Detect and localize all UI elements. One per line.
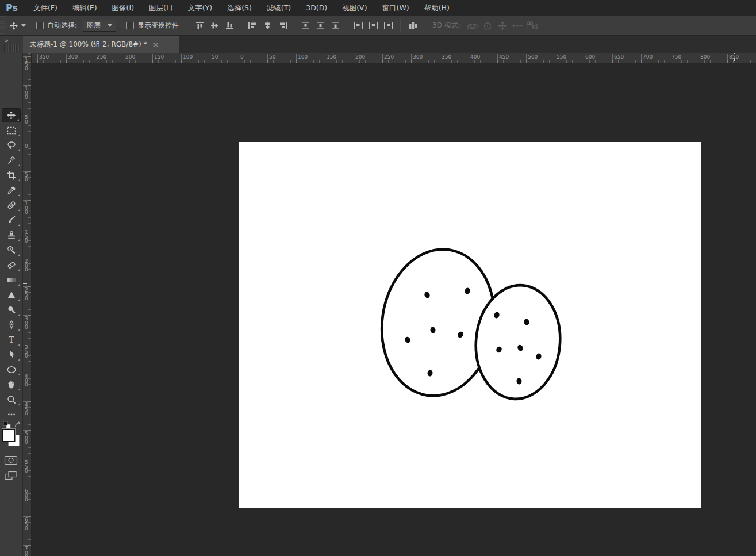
align-horizontal-centers-button[interactable] bbox=[260, 19, 275, 33]
ruler-tick bbox=[296, 54, 297, 63]
ruler-label: 150 bbox=[327, 54, 336, 60]
menu-item-3[interactable]: 图层(L) bbox=[141, 0, 181, 16]
ruler-tick bbox=[66, 54, 67, 63]
tool-history-brush[interactable] bbox=[2, 243, 21, 257]
ruler-label: 50 bbox=[212, 54, 218, 60]
tool-edit-toolbar[interactable] bbox=[2, 407, 21, 421]
tool-spot-healing-brush[interactable] bbox=[2, 198, 21, 212]
distribute-top-edges-button[interactable] bbox=[298, 19, 313, 33]
auto-align-layers-button[interactable] bbox=[405, 19, 420, 33]
ruler-label: 350 bbox=[442, 54, 451, 60]
swap-colors-icon[interactable] bbox=[14, 421, 21, 428]
ruler-label: 100 bbox=[25, 202, 29, 215]
chevron-down-icon bbox=[108, 24, 112, 27]
tool-hand[interactable] bbox=[2, 377, 21, 392]
distribute-vertical-centers-button[interactable] bbox=[313, 19, 328, 33]
ruler-tick bbox=[670, 54, 670, 63]
ruler-tick bbox=[354, 54, 354, 63]
ruler-minor-ticks bbox=[32, 60, 756, 63]
ruler-minor-ticks bbox=[28, 53, 31, 556]
tool-dodge[interactable] bbox=[2, 302, 21, 317]
ruler-label: 50 bbox=[25, 116, 29, 124]
foreground-color-swatch[interactable] bbox=[2, 429, 15, 442]
tool-rectangular-marquee[interactable] bbox=[2, 123, 21, 137]
document-tab[interactable]: 未标题-1 @ 100% (组 2, RGB/8#) * × bbox=[23, 36, 179, 53]
auto-select-label: 自动选择: bbox=[47, 21, 77, 30]
auto-select-checkbox[interactable] bbox=[36, 22, 44, 29]
ruler-cursor-marker bbox=[734, 53, 735, 63]
tool-crop[interactable] bbox=[2, 168, 21, 182]
ruler-tick bbox=[239, 54, 239, 63]
screen-mode-button[interactable] bbox=[4, 470, 18, 481]
panel-grip-texture bbox=[3, 44, 20, 52]
tool-magic-wand[interactable] bbox=[2, 153, 21, 167]
tool-blur[interactable] bbox=[2, 287, 21, 302]
align-left-edges-button[interactable] bbox=[245, 19, 260, 33]
tool-pen[interactable] bbox=[2, 317, 21, 332]
align-bottom-edges-button[interactable] bbox=[222, 19, 237, 33]
ruler-tick bbox=[267, 54, 268, 63]
menu-item-4[interactable]: 文字(Y) bbox=[181, 0, 220, 16]
quick-mask-button[interactable] bbox=[4, 455, 18, 465]
document-canvas[interactable] bbox=[239, 142, 701, 508]
ruler-tick bbox=[469, 54, 469, 63]
3d-roll-icon bbox=[480, 19, 495, 33]
3d-pan-icon bbox=[495, 19, 510, 33]
tool-path-selection[interactable] bbox=[2, 347, 21, 362]
tool-eraser[interactable] bbox=[2, 258, 21, 272]
tool-eyedropper[interactable] bbox=[2, 183, 21, 197]
ruler-label: 200 bbox=[355, 54, 365, 60]
close-icon[interactable]: × bbox=[153, 41, 159, 48]
auto-select-target-dropdown[interactable]: 图层 bbox=[83, 20, 116, 32]
ruler-label: 450 bbox=[499, 54, 509, 60]
distribute-right-edges-button[interactable] bbox=[381, 19, 396, 33]
menu-item-10[interactable]: 帮助(H) bbox=[417, 0, 457, 16]
3d-orbit-icon bbox=[465, 19, 480, 33]
menu-item-2[interactable]: 图像(I) bbox=[105, 0, 141, 16]
ruler-label: 550 bbox=[25, 461, 29, 474]
align-top-edges-button[interactable] bbox=[192, 19, 207, 33]
move-tool-preset[interactable] bbox=[9, 21, 26, 30]
tool-horizontal-type[interactable]: T bbox=[2, 332, 21, 347]
menu-item-6[interactable]: 滤镜(T) bbox=[259, 0, 298, 16]
ruler-tick bbox=[411, 54, 412, 63]
move-tool-icon bbox=[9, 21, 18, 30]
ruler-cursor-marker bbox=[23, 283, 32, 284]
menu-bar: Ps 文件(F)编辑(E)图像(I)图层(L)文字(Y)选择(S)滤镜(T)3D… bbox=[0, 0, 756, 16]
ruler-label: 500 bbox=[25, 432, 29, 445]
menu-item-8[interactable]: 视图(V) bbox=[335, 0, 374, 16]
horizontal-ruler[interactable]: 3503002502001501005005010015020025030035… bbox=[32, 53, 756, 63]
ruler-label: 200 bbox=[125, 54, 135, 60]
menu-items: 文件(F)编辑(E)图像(I)图层(L)文字(Y)选择(S)滤镜(T)3D(D)… bbox=[26, 0, 457, 16]
menu-item-9[interactable]: 窗口(W) bbox=[375, 0, 417, 16]
align-right-edges-button[interactable] bbox=[275, 19, 290, 33]
menu-item-1[interactable]: 编辑(E) bbox=[65, 0, 105, 16]
ruler-label: 350 bbox=[39, 54, 49, 60]
align-vertical-centers-button[interactable] bbox=[207, 19, 222, 33]
tool-clone-stamp[interactable] bbox=[2, 228, 21, 242]
distribute-left-edges-button[interactable] bbox=[351, 19, 366, 33]
menu-item-7[interactable]: 3D(D) bbox=[298, 0, 335, 16]
ruler-label: 600 bbox=[585, 54, 595, 60]
ruler-label: 600 bbox=[25, 489, 29, 503]
tool-gradient[interactable] bbox=[2, 273, 21, 287]
show-transform-checkbox[interactable] bbox=[126, 22, 134, 29]
ruler-label: 750 bbox=[671, 54, 681, 60]
menu-item-0[interactable]: 文件(F) bbox=[26, 0, 65, 16]
vertical-ruler[interactable]: 1501005005010015020025030035040045050055… bbox=[23, 53, 32, 556]
tool-ellipse-shape[interactable] bbox=[2, 362, 21, 377]
document-tab-bar: » 未标题-1 @ 100% (组 2, RGB/8#) * × bbox=[0, 36, 756, 53]
ruler-label: 0 bbox=[25, 144, 29, 149]
ruler-label: 550 bbox=[557, 54, 566, 60]
distribute-bottom-edges-button[interactable] bbox=[328, 19, 343, 33]
ruler-label: 300 bbox=[25, 317, 29, 330]
tool-move[interactable] bbox=[2, 108, 21, 122]
distribute-horizontal-centers-button[interactable] bbox=[366, 19, 381, 33]
cursor-position-marker bbox=[701, 492, 701, 519]
menu-item-5[interactable]: 选择(S) bbox=[220, 0, 259, 16]
tool-zoom[interactable] bbox=[2, 392, 21, 407]
ruler-tick bbox=[584, 54, 584, 63]
tool-brush[interactable] bbox=[2, 213, 21, 227]
tool-lasso[interactable] bbox=[2, 138, 21, 152]
divider bbox=[187, 20, 187, 32]
